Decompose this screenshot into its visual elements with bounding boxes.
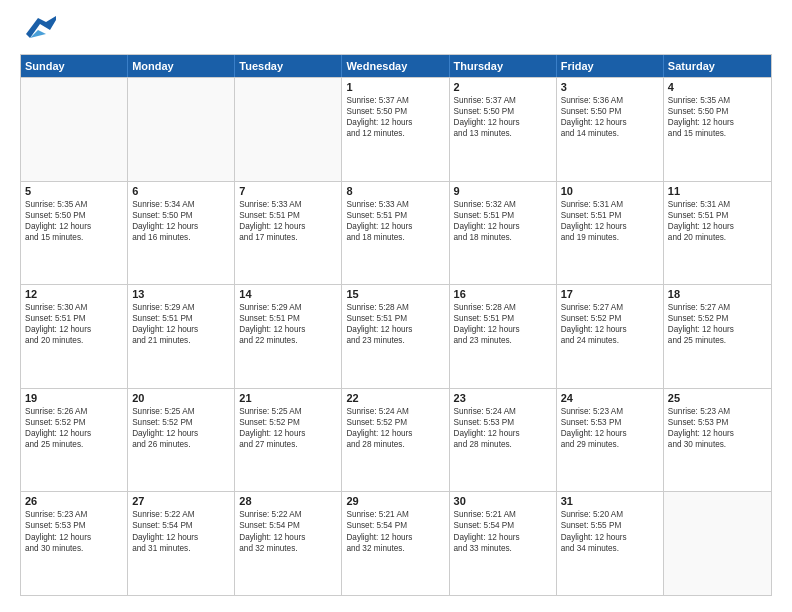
empty-cell: [664, 492, 771, 595]
day-number: 7: [239, 185, 337, 197]
day-info: Sunrise: 5:21 AM Sunset: 5:54 PM Dayligh…: [454, 509, 552, 553]
day-number: 19: [25, 392, 123, 404]
day-26: 26Sunrise: 5:23 AM Sunset: 5:53 PM Dayli…: [21, 492, 128, 595]
day-20: 20Sunrise: 5:25 AM Sunset: 5:52 PM Dayli…: [128, 389, 235, 492]
day-info: Sunrise: 5:37 AM Sunset: 5:50 PM Dayligh…: [346, 95, 444, 139]
header-day-thursday: Thursday: [450, 55, 557, 77]
day-number: 15: [346, 288, 444, 300]
day-info: Sunrise: 5:31 AM Sunset: 5:51 PM Dayligh…: [668, 199, 767, 243]
day-15: 15Sunrise: 5:28 AM Sunset: 5:51 PM Dayli…: [342, 285, 449, 388]
day-19: 19Sunrise: 5:26 AM Sunset: 5:52 PM Dayli…: [21, 389, 128, 492]
day-number: 2: [454, 81, 552, 93]
day-info: Sunrise: 5:34 AM Sunset: 5:50 PM Dayligh…: [132, 199, 230, 243]
header-day-tuesday: Tuesday: [235, 55, 342, 77]
day-info: Sunrise: 5:35 AM Sunset: 5:50 PM Dayligh…: [668, 95, 767, 139]
day-info: Sunrise: 5:29 AM Sunset: 5:51 PM Dayligh…: [239, 302, 337, 346]
day-7: 7Sunrise: 5:33 AM Sunset: 5:51 PM Daylig…: [235, 182, 342, 285]
day-3: 3Sunrise: 5:36 AM Sunset: 5:50 PM Daylig…: [557, 78, 664, 181]
day-number: 20: [132, 392, 230, 404]
day-17: 17Sunrise: 5:27 AM Sunset: 5:52 PM Dayli…: [557, 285, 664, 388]
day-info: Sunrise: 5:23 AM Sunset: 5:53 PM Dayligh…: [561, 406, 659, 450]
empty-cell: [235, 78, 342, 181]
day-info: Sunrise: 5:22 AM Sunset: 5:54 PM Dayligh…: [132, 509, 230, 553]
day-number: 21: [239, 392, 337, 404]
day-29: 29Sunrise: 5:21 AM Sunset: 5:54 PM Dayli…: [342, 492, 449, 595]
day-number: 25: [668, 392, 767, 404]
day-info: Sunrise: 5:28 AM Sunset: 5:51 PM Dayligh…: [346, 302, 444, 346]
day-12: 12Sunrise: 5:30 AM Sunset: 5:51 PM Dayli…: [21, 285, 128, 388]
day-info: Sunrise: 5:27 AM Sunset: 5:52 PM Dayligh…: [668, 302, 767, 346]
day-number: 6: [132, 185, 230, 197]
day-1: 1Sunrise: 5:37 AM Sunset: 5:50 PM Daylig…: [342, 78, 449, 181]
week-3: 12Sunrise: 5:30 AM Sunset: 5:51 PM Dayli…: [21, 284, 771, 388]
day-number: 30: [454, 495, 552, 507]
day-30: 30Sunrise: 5:21 AM Sunset: 5:54 PM Dayli…: [450, 492, 557, 595]
week-5: 26Sunrise: 5:23 AM Sunset: 5:53 PM Dayli…: [21, 491, 771, 595]
day-number: 14: [239, 288, 337, 300]
day-info: Sunrise: 5:23 AM Sunset: 5:53 PM Dayligh…: [25, 509, 123, 553]
logo: [20, 16, 60, 44]
day-6: 6Sunrise: 5:34 AM Sunset: 5:50 PM Daylig…: [128, 182, 235, 285]
day-25: 25Sunrise: 5:23 AM Sunset: 5:53 PM Dayli…: [664, 389, 771, 492]
day-11: 11Sunrise: 5:31 AM Sunset: 5:51 PM Dayli…: [664, 182, 771, 285]
day-info: Sunrise: 5:20 AM Sunset: 5:55 PM Dayligh…: [561, 509, 659, 553]
day-info: Sunrise: 5:24 AM Sunset: 5:53 PM Dayligh…: [454, 406, 552, 450]
day-8: 8Sunrise: 5:33 AM Sunset: 5:51 PM Daylig…: [342, 182, 449, 285]
day-24: 24Sunrise: 5:23 AM Sunset: 5:53 PM Dayli…: [557, 389, 664, 492]
day-number: 5: [25, 185, 123, 197]
calendar-body: 1Sunrise: 5:37 AM Sunset: 5:50 PM Daylig…: [21, 77, 771, 595]
header-day-saturday: Saturday: [664, 55, 771, 77]
day-info: Sunrise: 5:33 AM Sunset: 5:51 PM Dayligh…: [346, 199, 444, 243]
day-31: 31Sunrise: 5:20 AM Sunset: 5:55 PM Dayli…: [557, 492, 664, 595]
day-info: Sunrise: 5:23 AM Sunset: 5:53 PM Dayligh…: [668, 406, 767, 450]
day-number: 4: [668, 81, 767, 93]
logo-icon: [20, 16, 56, 44]
day-2: 2Sunrise: 5:37 AM Sunset: 5:50 PM Daylig…: [450, 78, 557, 181]
day-number: 17: [561, 288, 659, 300]
day-28: 28Sunrise: 5:22 AM Sunset: 5:54 PM Dayli…: [235, 492, 342, 595]
day-number: 31: [561, 495, 659, 507]
day-number: 3: [561, 81, 659, 93]
day-number: 16: [454, 288, 552, 300]
day-22: 22Sunrise: 5:24 AM Sunset: 5:52 PM Dayli…: [342, 389, 449, 492]
week-1: 1Sunrise: 5:37 AM Sunset: 5:50 PM Daylig…: [21, 77, 771, 181]
day-number: 18: [668, 288, 767, 300]
day-info: Sunrise: 5:35 AM Sunset: 5:50 PM Dayligh…: [25, 199, 123, 243]
day-info: Sunrise: 5:30 AM Sunset: 5:51 PM Dayligh…: [25, 302, 123, 346]
day-number: 23: [454, 392, 552, 404]
day-info: Sunrise: 5:24 AM Sunset: 5:52 PM Dayligh…: [346, 406, 444, 450]
day-number: 13: [132, 288, 230, 300]
day-number: 28: [239, 495, 337, 507]
calendar: SundayMondayTuesdayWednesdayThursdayFrid…: [20, 54, 772, 596]
day-info: Sunrise: 5:33 AM Sunset: 5:51 PM Dayligh…: [239, 199, 337, 243]
day-number: 29: [346, 495, 444, 507]
day-14: 14Sunrise: 5:29 AM Sunset: 5:51 PM Dayli…: [235, 285, 342, 388]
day-10: 10Sunrise: 5:31 AM Sunset: 5:51 PM Dayli…: [557, 182, 664, 285]
day-info: Sunrise: 5:36 AM Sunset: 5:50 PM Dayligh…: [561, 95, 659, 139]
empty-cell: [21, 78, 128, 181]
day-number: 26: [25, 495, 123, 507]
day-number: 27: [132, 495, 230, 507]
day-18: 18Sunrise: 5:27 AM Sunset: 5:52 PM Dayli…: [664, 285, 771, 388]
day-number: 22: [346, 392, 444, 404]
week-2: 5Sunrise: 5:35 AM Sunset: 5:50 PM Daylig…: [21, 181, 771, 285]
calendar-header: SundayMondayTuesdayWednesdayThursdayFrid…: [21, 55, 771, 77]
day-13: 13Sunrise: 5:29 AM Sunset: 5:51 PM Dayli…: [128, 285, 235, 388]
day-info: Sunrise: 5:25 AM Sunset: 5:52 PM Dayligh…: [239, 406, 337, 450]
day-number: 24: [561, 392, 659, 404]
header: [20, 16, 772, 44]
day-9: 9Sunrise: 5:32 AM Sunset: 5:51 PM Daylig…: [450, 182, 557, 285]
day-23: 23Sunrise: 5:24 AM Sunset: 5:53 PM Dayli…: [450, 389, 557, 492]
day-number: 8: [346, 185, 444, 197]
day-16: 16Sunrise: 5:28 AM Sunset: 5:51 PM Dayli…: [450, 285, 557, 388]
day-27: 27Sunrise: 5:22 AM Sunset: 5:54 PM Dayli…: [128, 492, 235, 595]
day-4: 4Sunrise: 5:35 AM Sunset: 5:50 PM Daylig…: [664, 78, 771, 181]
header-day-friday: Friday: [557, 55, 664, 77]
day-info: Sunrise: 5:32 AM Sunset: 5:51 PM Dayligh…: [454, 199, 552, 243]
day-info: Sunrise: 5:27 AM Sunset: 5:52 PM Dayligh…: [561, 302, 659, 346]
header-day-sunday: Sunday: [21, 55, 128, 77]
header-day-wednesday: Wednesday: [342, 55, 449, 77]
page: SundayMondayTuesdayWednesdayThursdayFrid…: [0, 0, 792, 612]
day-number: 10: [561, 185, 659, 197]
day-number: 11: [668, 185, 767, 197]
